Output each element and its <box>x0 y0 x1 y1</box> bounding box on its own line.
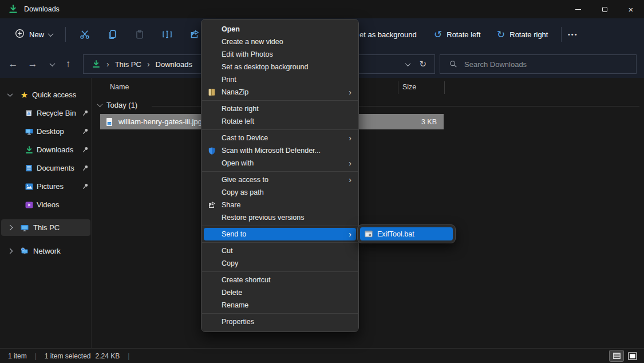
up-button[interactable]: ↑ <box>60 56 77 72</box>
item-count: 1 item <box>8 352 27 360</box>
menu-item-label: Cast to Device <box>222 134 268 142</box>
menu-item-label: Edit with Photos <box>222 50 273 58</box>
sidebar-item-label: This PC <box>33 223 60 232</box>
menu-item-properties[interactable]: Properties <box>202 315 358 328</box>
sidebar-item-label: Downloads <box>37 145 73 154</box>
group-header-today[interactable]: Today (1) <box>98 101 137 109</box>
search-input[interactable] <box>464 60 613 69</box>
sidebar-item-downloads[interactable]: Downloads <box>1 141 90 158</box>
sidebar-item-desktop[interactable]: Desktop <box>1 123 90 140</box>
forward-button[interactable]: → <box>24 56 41 72</box>
menu-separator <box>202 226 358 226</box>
menu-item-create-a-new-video[interactable]: Create a new video <box>202 35 358 48</box>
maximize-button[interactable] <box>591 0 618 18</box>
menu-item-delete[interactable]: Delete <box>202 286 358 299</box>
paste-button[interactable] <box>129 24 151 45</box>
sidebar-item-videos[interactable]: Videos <box>1 196 90 213</box>
maximize-icon <box>602 7 607 12</box>
menu-item-give-access-to[interactable]: Give access to › <box>202 173 358 186</box>
menu-item-label: Open with <box>222 159 254 167</box>
copy-button[interactable] <box>101 24 123 45</box>
chevron-down-icon <box>48 31 54 37</box>
rotate-right-button[interactable]: ↻ Rotate right <box>491 24 554 45</box>
menu-item-open[interactable]: Open <box>202 23 358 35</box>
sidebar-item-documents[interactable]: Documents <box>1 160 90 176</box>
menu-item-edit-with-photos[interactable]: Edit with Photos <box>202 48 358 61</box>
menu-item-rotate-left[interactable]: Rotate left <box>202 115 358 128</box>
sidebar-item-label: Quick access <box>32 90 76 99</box>
selection-count: 1 item selected <box>45 352 91 360</box>
up-arrow-icon: ↑ <box>66 58 71 70</box>
menu-item-copy-as-path[interactable]: Copy as path <box>202 186 358 199</box>
column-separator[interactable] <box>398 81 398 94</box>
column-header-size[interactable]: Size <box>402 83 416 91</box>
set-as-background-label[interactable]: et as background <box>359 30 417 39</box>
rename-button[interactable] <box>156 24 178 45</box>
menu-item-create-shortcut[interactable]: Create shortcut <box>202 274 358 286</box>
sidebar-item-network[interactable]: Network <box>1 243 90 259</box>
submenu-item-label: ExifTool.bat <box>377 230 414 238</box>
search-box[interactable] <box>440 54 637 74</box>
videos-icon <box>24 200 34 210</box>
downloads-icon <box>24 145 34 155</box>
menu-item-open-with[interactable]: Open with › <box>202 157 358 169</box>
see-more-button[interactable]: ••• <box>562 24 584 45</box>
menu-item-rename[interactable]: Rename <box>202 299 358 311</box>
plus-circle-icon <box>15 29 25 41</box>
sidebar-item-this-pc[interactable]: This PC <box>1 219 90 236</box>
menu-item-scan-with-microsoft-defender[interactable]: Scan with Microsoft Defender... <box>202 144 358 157</box>
rotate-left-button[interactable]: ↺ Rotate left <box>428 24 487 45</box>
sidebar-item-pictures[interactable]: Pictures <box>1 178 90 195</box>
defender-shield-icon <box>207 145 217 156</box>
large-icons-view-button[interactable] <box>626 350 639 361</box>
close-button[interactable]: × <box>618 0 644 18</box>
toolbar-divider <box>65 27 66 42</box>
submenu-arrow-icon: › <box>349 88 351 96</box>
rename-icon <box>162 29 172 40</box>
submenu-arrow-icon: › <box>349 230 351 238</box>
paste-icon <box>135 29 145 40</box>
menu-item-send-to[interactable]: Send to › <box>204 228 356 240</box>
menu-item-cast-to-device[interactable]: Cast to Device › <box>202 132 358 144</box>
rotate-left-label: Rotate left <box>447 30 480 39</box>
menu-item-label: Open <box>222 25 240 33</box>
breadcrumb-downloads[interactable]: Downloads <box>156 60 192 69</box>
menu-item-nanazip[interactable]: NanaZip › <box>202 86 358 98</box>
menu-item-cut[interactable]: Cut <box>202 244 358 257</box>
breadcrumb-this-pc[interactable]: This PC <box>115 60 141 69</box>
status-bar: 1 item | 1 item selected 2.24 KB | <box>0 348 644 363</box>
chevron-right-icon <box>7 248 13 254</box>
menu-item-restore-previous-versions[interactable]: Restore previous versions <box>202 211 358 224</box>
menu-item-print[interactable]: Print <box>202 73 358 86</box>
sidebar-item-recycle-bin[interactable]: Recycle Bin <box>1 105 90 121</box>
new-button[interactable]: New <box>10 24 57 45</box>
address-dropdown-icon[interactable] <box>405 61 411 66</box>
network-icon <box>19 246 29 256</box>
back-button[interactable]: ← <box>5 56 22 72</box>
rotate-left-icon: ↺ <box>434 30 442 40</box>
refresh-icon[interactable]: ↻ <box>419 59 426 69</box>
forward-arrow-icon: → <box>28 58 38 70</box>
menu-item-copy[interactable]: Copy <box>202 257 358 270</box>
pin-icon <box>82 164 89 172</box>
menu-item-label: Set as desktop background <box>222 63 309 71</box>
submenu-arrow-icon: › <box>349 176 351 184</box>
cut-button[interactable] <box>74 24 96 45</box>
details-view-button[interactable] <box>610 350 623 361</box>
column-header-name[interactable]: Name <box>110 83 129 91</box>
menu-item-rotate-right[interactable]: Rotate right <box>202 102 358 115</box>
column-separator[interactable] <box>444 81 445 94</box>
rotate-right-label: Rotate right <box>509 30 548 39</box>
breadcrumb-separator-icon: › <box>147 60 150 69</box>
sidebar-item-label: Documents <box>37 164 74 172</box>
menu-item-share[interactable]: Share <box>202 199 358 211</box>
send-to-submenu: ExifTool.bat <box>357 224 456 243</box>
menu-item-set-as-desktop-background[interactable]: Set as desktop background <box>202 61 358 73</box>
submenu-item-exiftool[interactable]: ExifTool.bat <box>360 227 453 240</box>
recent-locations-button[interactable] <box>44 56 61 72</box>
minimize-button[interactable] <box>565 0 591 18</box>
menu-item-label: Share <box>222 201 240 209</box>
sidebar-item-quick-access[interactable]: ★ Quick access <box>1 86 90 103</box>
breadcrumb-separator-icon: › <box>106 60 109 69</box>
submenu-arrow-icon: › <box>349 134 351 142</box>
